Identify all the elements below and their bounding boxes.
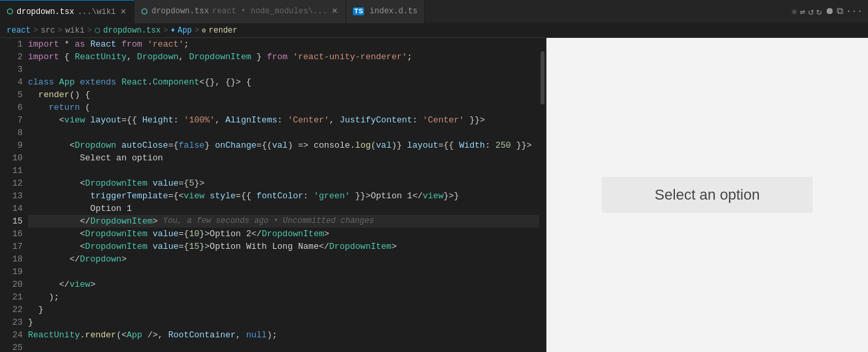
blame-annotation: You, a few seconds ago • Uncommitted cha…: [163, 215, 374, 228]
code-line-2: import { ReactUnity, Dropdown, DropdownI…: [28, 51, 546, 63]
code-area: 1 2 3 4 5 6 7 8 9 10 11 12 13 14 15 16 1…: [0, 38, 546, 352]
breadcrumb-sep-3: >: [87, 26, 92, 35]
tsx-icon-2: ⬡: [141, 7, 148, 16]
tab-bar: ⬡ dropdown.tsx ...\wiki × ⬡ dropdown.tsx…: [0, 0, 868, 23]
tsx-icon: ⬡: [7, 7, 13, 16]
code-line-13: triggerTemplate={<view style={{ fontColo…: [28, 190, 546, 202]
dropdown-placeholder-text[interactable]: Select an option: [655, 186, 760, 203]
breadcrumb-sep-2: >: [58, 26, 63, 35]
tab-label-1: dropdown.tsx: [17, 7, 74, 17]
back-icon[interactable]: ↺: [808, 6, 813, 17]
ln-6: 6: [0, 101, 23, 114]
code-line-4: class App extends React.Component<{}, {}…: [28, 76, 546, 88]
ln-4: 4: [0, 76, 23, 88]
more-icon[interactable]: ···: [846, 6, 863, 17]
main-area: 1 2 3 4 5 6 7 8 9 10 11 12 13 14 15 16 1…: [0, 38, 868, 352]
breadcrumb-icon-render: ⚙: [202, 27, 206, 35]
code-line-3: [28, 63, 546, 76]
tab-label-3: index.d.ts: [369, 7, 417, 16]
breadcrumb-item-src[interactable]: src: [41, 26, 55, 35]
breadcrumb-item-react[interactable]: react: [7, 26, 31, 35]
code-content[interactable]: import * as React from 'react'; import {…: [28, 38, 546, 352]
kw-from-1: from: [121, 38, 142, 51]
ln-16: 16: [0, 228, 23, 240]
breadcrumb-sep-1: >: [33, 26, 38, 35]
code-line-7: <view layout={{ Height: '100%', AlignIte…: [28, 114, 546, 126]
tab-dropdown-node-modules[interactable]: ⬡ dropdown.tsx react • node_modules\... …: [134, 0, 346, 23]
breadcrumb-item-file[interactable]: dropdown.tsx: [103, 26, 160, 35]
ln-25: 25: [0, 341, 23, 352]
tab-sublabel-2: react • node_modules\...: [212, 7, 327, 16]
forward-icon[interactable]: ↻: [816, 6, 821, 17]
kw-from-2: from: [267, 51, 288, 63]
ln-9: 9: [0, 139, 23, 152]
code-line-8: [28, 126, 546, 139]
ln-14: 14: [0, 202, 23, 215]
dropdown-preview-widget[interactable]: Select an option: [602, 177, 813, 213]
code-line-17: <DropdownItem value={15}>Option With Lon…: [28, 240, 546, 253]
ln-5: 5: [0, 88, 23, 101]
breadcrumb-sep-5: >: [194, 26, 199, 35]
ln-21: 21: [0, 291, 23, 303]
code-line-23: }: [28, 316, 546, 329]
code-line-25: [28, 341, 546, 352]
tab-close-1[interactable]: ×: [119, 7, 127, 17]
ln-2: 2: [0, 51, 23, 63]
code-line-24: ReactUnity.render(<App />, RootContainer…: [28, 329, 546, 341]
code-line-11: [28, 164, 546, 177]
code-line-1: import * as React from 'react';: [28, 38, 546, 51]
code-line-12: <DropdownItem value={5}>: [28, 177, 546, 190]
kw-import-1: import: [28, 38, 59, 51]
breadcrumb-item-app[interactable]: App: [178, 26, 192, 35]
breadcrumb-item-render[interactable]: render: [209, 26, 238, 35]
ln-11: 11: [0, 164, 23, 177]
code-line-14: Option 1: [28, 202, 546, 215]
editor-pane: 1 2 3 4 5 6 7 8 9 10 11 12 13 14 15 16 1…: [0, 38, 546, 352]
ln-13: 13: [0, 190, 23, 202]
ln-24: 24: [0, 329, 23, 341]
ln-19: 19: [0, 265, 23, 278]
code-line-9: <Dropdown autoClose={false} onChange={(v…: [28, 139, 546, 152]
code-line-22: }: [28, 303, 546, 316]
code-line-5: render() {: [28, 88, 546, 101]
ln-7: 7: [0, 114, 23, 126]
breadcrumb-sep-4: >: [163, 26, 168, 35]
code-line-10: Select an option: [28, 152, 546, 164]
record-icon[interactable]: ⏺: [825, 6, 834, 17]
split-icon[interactable]: ⧉: [837, 6, 843, 17]
ln-3: 3: [0, 63, 23, 76]
code-line-6: return (: [28, 101, 546, 114]
tab-index-dts[interactable]: TS index.d.ts: [346, 0, 425, 23]
ln-20: 20: [0, 278, 23, 291]
ln-8: 8: [0, 126, 23, 139]
code-line-21: );: [28, 291, 546, 303]
run-icon[interactable]: ⚛: [791, 6, 797, 17]
ln-17: 17: [0, 240, 23, 253]
code-line-16: <DropdownItem value={10}>Option 2</Dropd…: [28, 228, 546, 240]
ln-15: 15: [0, 215, 23, 228]
broadcast-icon[interactable]: ⇌: [799, 6, 805, 17]
kw-as-1: as: [75, 38, 85, 51]
breadcrumb: react > src > wiki > ⬡ dropdown.tsx > ♦ …: [0, 23, 868, 38]
code-line-18: </Dropdown>: [28, 253, 546, 265]
breadcrumb-icon-app: ♦: [171, 27, 175, 34]
ln-10: 10: [0, 152, 23, 164]
line-numbers: 1 2 3 4 5 6 7 8 9 10 11 12 13 14 15 16 1…: [0, 38, 28, 352]
ln-18: 18: [0, 253, 23, 265]
code-line-15: </DropdownItem> You, a few seconds ago •…: [28, 215, 546, 228]
tab-close-2[interactable]: ×: [331, 6, 339, 17]
ln-12: 12: [0, 177, 23, 190]
tab-dropdown-wiki[interactable]: ⬡ dropdown.tsx ...\wiki ×: [0, 0, 134, 23]
scrollbar-track[interactable]: [539, 38, 546, 352]
kw-import-2: import: [28, 51, 59, 63]
code-line-19: [28, 265, 546, 278]
preview-pane: Select an option: [546, 38, 868, 352]
code-line-20: </view>: [28, 278, 546, 291]
ts-icon: TS: [353, 7, 364, 15]
tab-label-2: dropdown.tsx: [151, 7, 208, 16]
scrollbar-thumb[interactable]: [541, 51, 544, 104]
tab-sublabel-1: ...\wiki: [77, 7, 116, 17]
ln-23: 23: [0, 316, 23, 329]
breadcrumb-item-wiki[interactable]: wiki: [65, 26, 85, 35]
ln-1: 1: [0, 38, 23, 51]
